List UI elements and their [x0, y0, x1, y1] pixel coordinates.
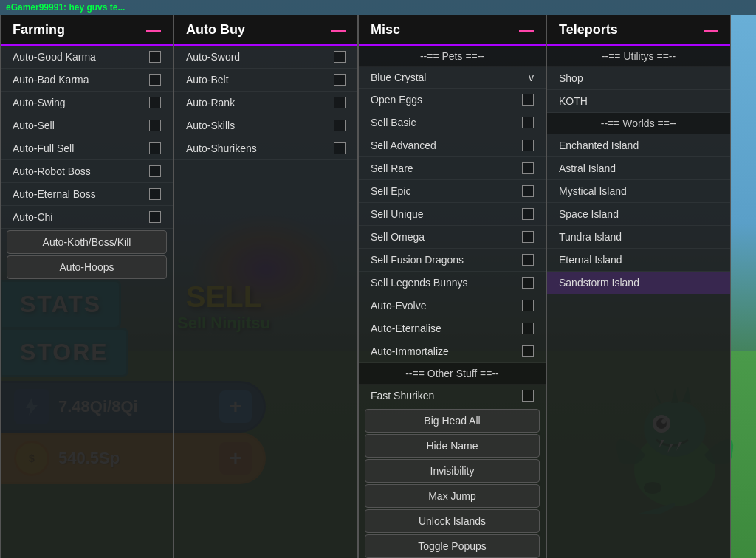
- autobuy-panel: Auto Buy — Auto-SwordAuto-BeltAuto-RankA…: [173, 15, 358, 558]
- misc-other-item-3[interactable]: Invisibility: [365, 459, 540, 483]
- farming-item-2[interactable]: Auto-Swing: [1, 92, 173, 114]
- misc-checkbox-top-4[interactable]: [522, 185, 534, 197]
- misc-other-item-6[interactable]: Toggle Popups: [365, 534, 540, 558]
- farming-checkbox-1[interactable]: [149, 74, 161, 86]
- farming-items-list: Auto-Good KarmaAuto-Bad KarmaAuto-SwingA…: [1, 46, 173, 279]
- misc-items-list: --== Pets ==--Blue CrystalvOpen EggsSell…: [359, 46, 546, 558]
- teleport-world-0[interactable]: Enchanted Island: [547, 134, 730, 157]
- misc-top-item-0[interactable]: Open Eggs: [359, 89, 546, 111]
- farming-item-0[interactable]: Auto-Good Karma: [1, 46, 173, 69]
- misc-top-item-6[interactable]: Sell Omega: [359, 226, 546, 249]
- farming-close-button[interactable]: —: [146, 21, 161, 38]
- teleport-world-4[interactable]: Tundra Island: [547, 226, 730, 249]
- teleport-utility-1[interactable]: KOTH: [547, 90, 730, 113]
- misc-top-item-5[interactable]: Sell Unique: [359, 203, 546, 226]
- autobuy-item-2[interactable]: Auto-Rank: [174, 92, 357, 114]
- misc-checkbox-top-0[interactable]: [522, 94, 534, 106]
- top-bar: eGamer99991: hey guvs te...: [0, 0, 756, 15]
- pet-selector[interactable]: Blue Crystalv: [359, 67, 546, 89]
- misc-checkbox-top-6[interactable]: [522, 231, 534, 243]
- autobuy-checkbox-0[interactable]: [334, 51, 346, 63]
- teleports-utilities-section-header: --== Utilitys ==--: [547, 46, 730, 67]
- autobuy-checkbox-3[interactable]: [334, 120, 346, 131]
- misc-top-item-1[interactable]: Sell Basic: [359, 111, 546, 134]
- teleports-title: Teleports: [559, 22, 618, 38]
- autobuy-header: Auto Buy —: [174, 16, 357, 46]
- misc-checkbox-top-7[interactable]: [522, 254, 534, 266]
- teleport-world-3[interactable]: Space Island: [547, 203, 730, 226]
- teleport-world-2[interactable]: Mystical Island: [547, 180, 730, 203]
- misc-checkbox-top-8[interactable]: [522, 277, 534, 289]
- farming-panel: Farming — Auto-Good KarmaAuto-Bad KarmaA…: [0, 15, 173, 558]
- misc-checkbox-top-3[interactable]: [522, 162, 534, 174]
- teleport-utility-0[interactable]: Shop: [547, 67, 730, 90]
- misc-other-item-4[interactable]: Max Jump: [365, 484, 540, 508]
- farming-checkbox-5[interactable]: [149, 165, 161, 177]
- misc-top-item-9[interactable]: Auto-Evolve: [359, 294, 546, 317]
- misc-checkbox-top-5[interactable]: [522, 208, 534, 220]
- farming-item-4[interactable]: Auto-Full Sell: [1, 137, 173, 160]
- misc-top-item-2[interactable]: Sell Advanced: [359, 134, 546, 157]
- farming-item-9[interactable]: Auto-Hoops: [7, 255, 167, 279]
- farming-item-5[interactable]: Auto-Robot Boss: [1, 160, 173, 183]
- misc-checkbox-top-9[interactable]: [522, 300, 534, 311]
- farming-checkbox-4[interactable]: [149, 142, 161, 154]
- misc-checkbox-top-11[interactable]: [522, 345, 534, 357]
- misc-top-item-10[interactable]: Auto-Eternalise: [359, 317, 546, 340]
- misc-other-item-2[interactable]: Hide Name: [365, 434, 540, 458]
- autobuy-checkbox-4[interactable]: [334, 142, 346, 154]
- teleports-panel: Teleports — --== Utilitys ==--ShopKOTH--…: [546, 15, 731, 558]
- misc-top-item-4[interactable]: Sell Epic: [359, 180, 546, 203]
- farming-item-7[interactable]: Auto-Chi: [1, 206, 173, 229]
- farming-item-1[interactable]: Auto-Bad Karma: [1, 69, 173, 92]
- misc-title: Misc: [371, 22, 400, 38]
- teleports-worlds-section-header: --== Worlds ==--: [547, 113, 730, 134]
- autobuy-item-1[interactable]: Auto-Belt: [174, 69, 357, 92]
- autobuy-checkbox-2[interactable]: [334, 97, 346, 108]
- misc-close-button[interactable]: —: [519, 21, 534, 38]
- farming-item-8[interactable]: Auto-Koth/Boss/Kill: [7, 230, 167, 254]
- misc-other-checkbox-0[interactable]: [522, 390, 534, 402]
- misc-checkbox-top-10[interactable]: [522, 323, 534, 334]
- farming-item-3[interactable]: Auto-Sell: [1, 114, 173, 137]
- autobuy-item-3[interactable]: Auto-Skills: [174, 114, 357, 137]
- misc-panel: Misc — --== Pets ==--Blue CrystalvOpen E…: [358, 15, 546, 558]
- teleport-world-6[interactable]: Sandstorm Island: [547, 272, 730, 294]
- misc-pets-section-header: --== Pets ==--: [359, 46, 546, 67]
- misc-checkbox-top-2[interactable]: [522, 140, 534, 151]
- misc-other-item-5[interactable]: Unlock Islands: [365, 509, 540, 533]
- farming-title: Farming: [13, 22, 65, 38]
- menus-container: Farming — Auto-Good KarmaAuto-Bad KarmaA…: [0, 15, 731, 558]
- farming-checkbox-2[interactable]: [149, 97, 161, 108]
- teleports-close-button[interactable]: —: [704, 21, 718, 38]
- teleports-items-list: --== Utilitys ==--ShopKOTH--== Worlds ==…: [547, 46, 730, 294]
- username-text: eGamer99991: hey guvs te...: [6, 2, 125, 13]
- autobuy-close-button[interactable]: —: [331, 21, 346, 38]
- teleport-world-5[interactable]: Eternal Island: [547, 249, 730, 272]
- misc-top-item-3[interactable]: Sell Rare: [359, 157, 546, 180]
- teleports-header: Teleports —: [547, 16, 730, 46]
- misc-other-item-1[interactable]: Big Head All: [365, 409, 540, 433]
- farming-checkbox-7[interactable]: [149, 211, 161, 223]
- misc-top-item-11[interactable]: Auto-Immortalize: [359, 340, 546, 363]
- misc-top-item-8[interactable]: Sell Legends Bunnys: [359, 272, 546, 294]
- misc-other-item-0[interactable]: Fast Shuriken: [359, 385, 546, 407]
- farming-checkbox-0[interactable]: [149, 51, 161, 63]
- misc-top-item-7[interactable]: Sell Fusion Dragons: [359, 249, 546, 272]
- misc-header: Misc —: [359, 16, 546, 46]
- autobuy-items-list: Auto-SwordAuto-BeltAuto-RankAuto-SkillsA…: [174, 46, 357, 160]
- farming-item-6[interactable]: Auto-Eternal Boss: [1, 183, 173, 206]
- misc-other-section-header: --== Other Stuff ==--: [359, 363, 546, 385]
- farming-checkbox-6[interactable]: [149, 188, 161, 200]
- autobuy-checkbox-1[interactable]: [334, 74, 346, 86]
- teleport-world-1[interactable]: Astral Island: [547, 157, 730, 180]
- autobuy-title: Auto Buy: [186, 22, 245, 38]
- farming-checkbox-3[interactable]: [149, 120, 161, 131]
- farming-header: Farming —: [1, 16, 173, 46]
- misc-checkbox-top-1[interactable]: [522, 117, 534, 128]
- autobuy-item-4[interactable]: Auto-Shurikens: [174, 137, 357, 160]
- autobuy-item-0[interactable]: Auto-Sword: [174, 46, 357, 69]
